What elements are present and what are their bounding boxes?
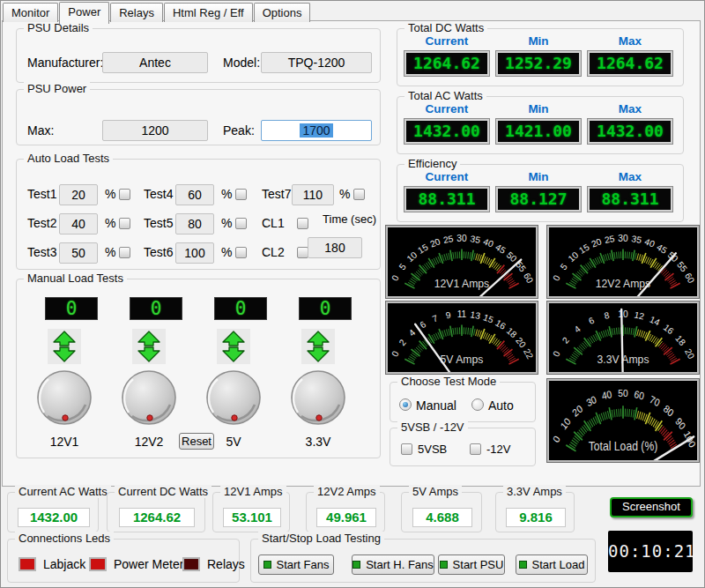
manual-stepper-12v1: [48, 329, 81, 364]
svsb-checkbox[interactable]: [401, 443, 412, 455]
test6-checkbox[interactable]: [235, 247, 247, 258]
peak-field[interactable]: 1700: [261, 120, 372, 141]
test4-checkbox[interactable]: [235, 189, 247, 200]
manufacturer-label: Manufacturer:: [27, 53, 103, 72]
svg-text:6: 6: [419, 319, 428, 331]
svg-text:40: 40: [601, 388, 613, 401]
start-h-fans-button[interactable]: Start H. Fans: [352, 555, 434, 575]
12v2-amps-title: 12V2 Amps: [314, 485, 380, 498]
down-arrow-button[interactable]: [54, 347, 75, 361]
svg-text:2: 2: [397, 338, 408, 348]
test3-label: Test3: [27, 242, 56, 262]
start-psu-label: Start PSU: [453, 558, 504, 571]
manufacturer-field[interactable]: Antec: [102, 52, 208, 73]
test1-checkbox[interactable]: [119, 189, 130, 200]
svg-text:20: 20: [514, 336, 528, 350]
max-field[interactable]: 1200: [102, 120, 208, 141]
manual-channel-label-12v1: 12V1: [29, 435, 100, 449]
svg-text:7: 7: [431, 313, 440, 324]
manual-display-5v: 0: [214, 297, 267, 320]
test6-field[interactable]: 100: [175, 242, 214, 264]
manual-display-3v3: 0: [299, 297, 352, 320]
svg-text:60: 60: [522, 272, 535, 285]
test6-percent: %: [221, 242, 232, 262]
ac-min-header: Min: [496, 102, 581, 115]
test5-checkbox[interactable]: [235, 218, 247, 229]
start-load-button[interactable]: Start Load: [516, 555, 588, 575]
power-meter-led: [89, 557, 107, 571]
manual-radio[interactable]: [399, 398, 412, 411]
test7-checkbox[interactable]: [353, 189, 365, 200]
svg-text:15: 15: [482, 312, 495, 324]
svg-text:4: 4: [573, 324, 583, 334]
up-arrow-button[interactable]: [54, 331, 75, 346]
test5-percent: %: [221, 213, 232, 233]
svg-text:16: 16: [662, 323, 676, 337]
svg-text:5: 5: [559, 262, 569, 272]
tab-power[interactable]: Power: [59, 2, 109, 24]
clock-display: 00:10:21: [608, 531, 693, 572]
start-psu-button[interactable]: Start PSU: [438, 555, 505, 575]
test3-field[interactable]: 50: [59, 242, 98, 264]
model-label: Model:: [223, 53, 260, 72]
svg-text:18: 18: [505, 325, 519, 339]
down-arrow-button[interactable]: [138, 347, 160, 361]
test3-percent: %: [105, 242, 115, 262]
up-arrow-button[interactable]: [223, 331, 244, 346]
svg-text:22: 22: [522, 347, 535, 361]
svg-text:30: 30: [585, 393, 598, 408]
manual-knob-3v3[interactable]: [290, 369, 346, 426]
test5-field[interactable]: 80: [175, 213, 214, 234]
manual-stepper-12v2: [132, 329, 166, 364]
reset-button[interactable]: Reset: [179, 433, 214, 450]
neg12v-checkbox-label: -12V: [486, 440, 510, 459]
screenshot-button[interactable]: Screenshot: [610, 497, 693, 517]
manual-load-tests-title: Manual Load Tests: [24, 272, 127, 285]
eff-max-display: 88.311: [588, 187, 672, 212]
tab-html-reg-eff[interactable]: Html Reg / Eff: [164, 3, 253, 22]
ac-max-display: 1432.00: [588, 119, 672, 144]
test4-label: Test4: [144, 184, 173, 204]
up-arrow-button[interactable]: [138, 331, 160, 346]
down-arrow-button[interactable]: [223, 347, 244, 361]
auto-load-tests-group: Auto Load Tests Test1 20 % Test2 40 % Te…: [16, 159, 381, 270]
manual-load-tests-group: Manual Load Tests 0 12V1 0 12: [16, 279, 381, 458]
cl2-label: CL2: [262, 242, 285, 262]
up-arrow-button[interactable]: [308, 331, 329, 346]
model-field[interactable]: TPQ-1200: [261, 52, 372, 73]
svg-text:12: 12: [634, 310, 646, 322]
dc-min-header: Min: [496, 34, 581, 48]
psu-power-group: PSU Power Max: 1200 Peak: 1700: [16, 89, 381, 145]
auto-radio[interactable]: [471, 398, 484, 411]
max-label: Max:: [27, 121, 54, 140]
test7-field[interactable]: 110: [292, 184, 334, 205]
svg-text:50: 50: [505, 249, 519, 264]
eff-current-display: 88.311: [404, 187, 489, 212]
tab-options[interactable]: Options: [254, 3, 311, 22]
start-load-led-icon: [519, 561, 527, 569]
manual-knob-5v[interactable]: [205, 369, 262, 426]
start-fans-button[interactable]: Start Fans: [258, 555, 334, 575]
manual-channel-label-3v3: 3.3V: [283, 435, 353, 449]
neg12v-checkbox[interactable]: [470, 443, 481, 455]
peak-selected-text: 1700: [300, 123, 332, 138]
time-field[interactable]: 180: [308, 237, 362, 258]
manual-knob-12v2[interactable]: [121, 369, 177, 426]
test2-checkbox[interactable]: [119, 218, 130, 229]
test4-field[interactable]: 60: [175, 184, 214, 205]
manual-knob-12v1[interactable]: [36, 369, 93, 426]
test-mode-group: Choose Test Mode Manual Auto: [390, 382, 536, 422]
current-dc-watts-title: Current DC Watts: [115, 485, 212, 498]
svg-text:45: 45: [494, 242, 508, 256]
start-load-label: Start Load: [532, 558, 585, 571]
tab-monitor[interactable]: Monitor: [3, 3, 58, 22]
test2-field[interactable]: 40: [59, 213, 98, 234]
total-ac-watts-group: Total AC Watts Current Min Max 1432.00 1…: [397, 96, 684, 154]
svg-text:80: 80: [662, 403, 676, 419]
test1-field[interactable]: 20: [59, 184, 98, 205]
tab-relays[interactable]: Relays: [110, 3, 163, 22]
down-arrow-button[interactable]: [308, 347, 329, 361]
test3-checkbox[interactable]: [119, 247, 130, 258]
current-dc-watts-group: Current DC Watts 1264.62: [107, 492, 205, 532]
12v2-amps-group: 12V2 Amps 49.961: [306, 492, 385, 532]
